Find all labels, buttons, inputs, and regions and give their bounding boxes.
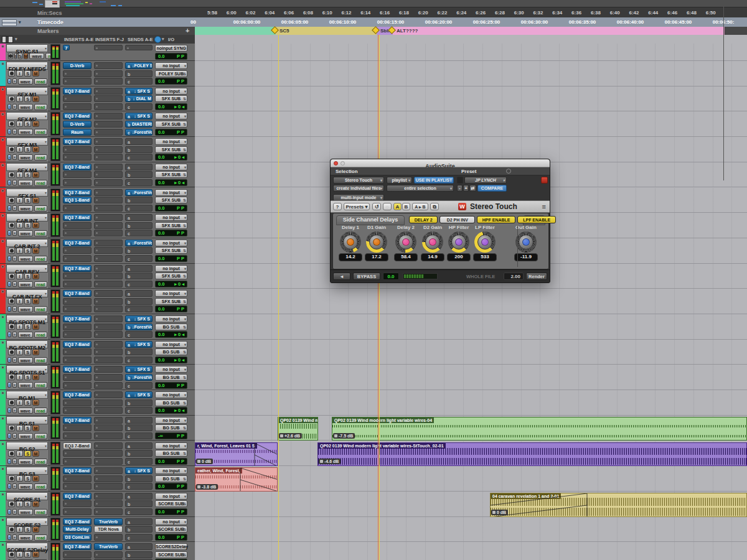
track-view-selector[interactable]: wave <box>18 306 33 312</box>
marker[interactable]: SC5 <box>272 27 289 34</box>
solo-button[interactable]: S <box>24 172 31 178</box>
timebase-clock-icon[interactable]: ◔ <box>7 459 11 464</box>
chevron-down-icon[interactable]: ▾ <box>45 241 47 245</box>
track-name[interactable]: CAR INT FX▾ <box>6 289 48 297</box>
automation-mode-button[interactable]: read <box>34 459 48 465</box>
copy-a-to-b-button[interactable]: A ▸ B <box>412 203 428 210</box>
send-slot-empty[interactable]: c <box>125 230 153 236</box>
mute-button[interactable]: M <box>32 551 39 558</box>
track-volume-display[interactable]: 0.0P P <box>155 382 187 389</box>
input-monitor-button[interactable]: I <box>16 374 23 380</box>
send-slot[interactable]: a↓ SFX S <box>125 88 153 95</box>
input-monitor-button[interactable]: I <box>16 273 23 279</box>
sort-icon[interactable] <box>154 36 161 43</box>
insert-slot-empty[interactable] <box>94 407 123 414</box>
track-input-selector[interactable]: no input▾ <box>155 138 187 145</box>
insert-slot[interactable]: EQ3 1-Band <box>63 197 92 203</box>
track-view-selector[interactable]: wave <box>18 382 33 388</box>
send-slot-empty[interactable]: c <box>125 483 153 490</box>
track-volume-display[interactable]: 0.0P P <box>155 205 187 212</box>
track-record-ready-dot[interactable] <box>1 62 4 65</box>
track-record-ready-dot[interactable] <box>1 138 4 141</box>
insert-slot[interactable]: EQ3 7-Band <box>63 315 92 322</box>
knob-dial[interactable] <box>515 231 537 253</box>
timebase-clock-icon[interactable]: ◔ <box>7 78 11 84</box>
record-enable-button[interactable] <box>8 374 15 380</box>
timebase-clock-icon[interactable]: ◔ <box>7 509 11 515</box>
record-enable-button[interactable] <box>8 146 15 152</box>
timebase-clock-icon[interactable]: ◔ <box>7 180 11 185</box>
chevron-down-icon[interactable]: ▾ <box>45 444 47 448</box>
solo-button[interactable]: S <box>24 475 31 482</box>
input-monitor-button[interactable]: I <box>16 146 23 152</box>
input-monitor-button[interactable]: I <box>16 475 23 482</box>
elastic-audio-icon[interactable]: ✳ <box>12 180 17 185</box>
track-output-selector[interactable]: SFX SUB⇅ <box>155 298 187 305</box>
track-input-selector[interactable]: no input▾ <box>155 341 187 348</box>
track-view-selector[interactable]: wave <box>18 483 33 490</box>
track-input-selector[interactable]: no input▾ <box>155 189 187 196</box>
send-slot[interactable]: a↓ SFX S <box>125 366 153 373</box>
record-enable-button[interactable] <box>8 349 15 355</box>
send-slot-empty[interactable]: a <box>125 442 153 449</box>
insert-slot[interactable]: EQ3 7-Band <box>63 113 92 119</box>
send-slot-empty[interactable]: b <box>125 70 153 77</box>
knob-d1-gain[interactable]: D1 Gain17.2 <box>363 225 390 261</box>
render-button[interactable]: Render <box>526 273 547 280</box>
track-input-selector[interactable]: no input▾ <box>155 493 187 500</box>
track-name[interactable]: SFX S1▾ <box>6 189 48 197</box>
send-slot-empty[interactable]: b <box>125 399 153 406</box>
insert-slot[interactable]: EQ3 7-Band <box>63 341 92 348</box>
insert-slot-empty[interactable] <box>94 324 123 330</box>
chevron-down-icon[interactable]: ▾ <box>45 46 47 50</box>
solo-button[interactable]: S <box>24 450 31 457</box>
setting-b-button[interactable]: B <box>402 203 410 210</box>
solo-button[interactable]: S <box>24 248 31 254</box>
marker-diamond-icon[interactable] <box>271 26 279 34</box>
track-volume-display[interactable]: -∞P P <box>155 432 187 439</box>
insert-slot-empty[interactable] <box>94 417 123 424</box>
track-output-selector[interactable]: BG SUB⇅ <box>155 324 187 330</box>
knob-out-gain[interactable]: Out Gain-11.9 <box>512 225 540 261</box>
mute-button[interactable]: M <box>32 298 39 304</box>
track-input-selector[interactable]: no input▾ <box>155 315 187 322</box>
mute-button[interactable]: M <box>32 96 39 102</box>
insert-slot-empty[interactable] <box>63 298 92 305</box>
solo-button[interactable]: S <box>24 70 31 77</box>
preview-volume-value[interactable]: 0.0 <box>383 273 399 280</box>
timebase-clock-icon[interactable]: ◔ <box>7 230 11 236</box>
insert-slot-empty[interactable] <box>63 247 92 254</box>
insert-slot-empty[interactable] <box>94 95 123 102</box>
track-name[interactable]: SCORE S2▾ <box>6 518 48 526</box>
timebase-clock-icon[interactable]: ◔ <box>7 129 11 134</box>
send-slot-empty[interactable]: b <box>125 500 153 507</box>
mute-button[interactable]: M <box>32 475 39 482</box>
send-slot-empty[interactable]: a <box>125 543 153 550</box>
track-name[interactable]: SFX M4▾ <box>6 163 48 171</box>
insert-slot-empty[interactable] <box>94 382 123 389</box>
knob-dial[interactable] <box>422 231 443 253</box>
undo-icon[interactable]: ↺ <box>372 203 381 210</box>
send-slot-empty[interactable]: c <box>125 331 153 338</box>
track-record-ready-dot[interactable] <box>1 493 4 496</box>
send-slot-empty[interactable]: a <box>125 493 153 500</box>
record-enable-button[interactable] <box>8 551 15 558</box>
knob-dial[interactable] <box>474 231 496 253</box>
send-slot-empty[interactable]: c <box>125 103 153 110</box>
elastic-audio-icon[interactable]: ✳ <box>12 230 17 236</box>
send-slot-empty[interactable]: b <box>125 424 153 431</box>
track-output-selector[interactable]: SCORE SUB⇅ <box>155 551 187 558</box>
insert-slot[interactable]: EQ3 7-Band <box>63 518 92 525</box>
marker-band[interactable] <box>195 27 276 35</box>
gear-icon[interactable] <box>506 169 511 174</box>
timebase-clock-icon[interactable]: ◔ <box>7 104 11 110</box>
input-monitor-button[interactable]: I <box>16 96 23 102</box>
preset-swap-icon[interactable]: ⇄ <box>469 185 476 192</box>
audio-clip[interactable]: eather, Wind, Forest,-3.8 dB <box>195 467 278 492</box>
track-input-selector[interactable]: no input▾ <box>155 113 187 119</box>
insert-slot-empty[interactable] <box>63 424 92 431</box>
timebase-clock-icon[interactable]: ◔ <box>7 154 11 160</box>
record-enable-button[interactable] <box>8 121 15 127</box>
elastic-audio-icon[interactable]: ✳ <box>12 382 17 388</box>
track-record-ready-dot[interactable] <box>1 543 4 546</box>
